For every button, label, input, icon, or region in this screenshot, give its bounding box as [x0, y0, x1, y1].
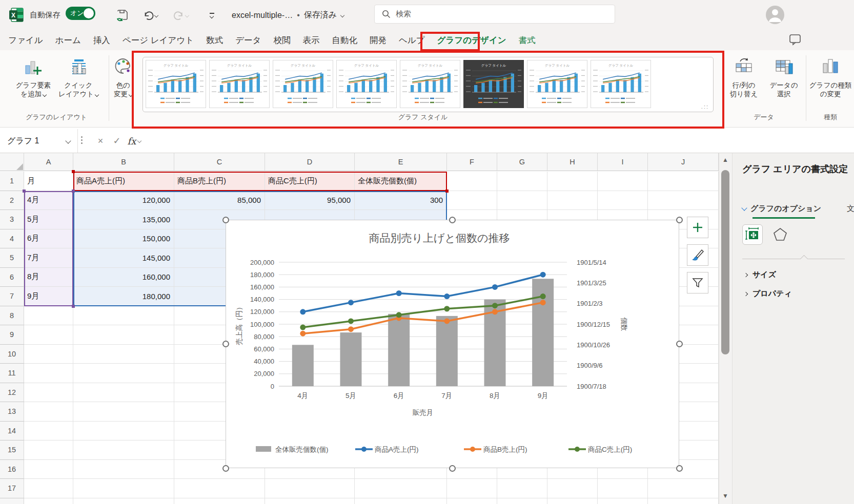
chart-style-thumb-6[interactable]: グラフ タイトル — [463, 60, 524, 108]
tab-ribbon-3[interactable]: ページ レイアウト — [123, 35, 194, 46]
cell-B2[interactable]: 120,000 — [73, 191, 174, 211]
cell-F18[interactable] — [447, 498, 497, 504]
tab-ribbon-6[interactable]: 校閲 — [273, 35, 290, 46]
cell-B5[interactable]: 145,000 — [73, 248, 174, 268]
row-header-13[interactable]: 13 — [0, 402, 24, 422]
fill-line-icon[interactable] — [742, 224, 763, 245]
customize-qat-icon[interactable] — [204, 8, 219, 23]
cell-H17[interactable] — [547, 479, 598, 498]
cell-C17[interactable] — [174, 479, 265, 498]
cell-A15[interactable] — [24, 440, 73, 460]
cell-B1[interactable]: 商品A売上(円) — [73, 172, 174, 191]
cell-E2[interactable]: 300 — [355, 191, 447, 211]
row-header-17[interactable]: 17 — [0, 479, 24, 498]
row-header-6[interactable]: 6 — [0, 268, 24, 287]
cell-G17[interactable] — [497, 479, 547, 498]
tab-format[interactable]: 書式 — [519, 35, 536, 46]
cell-I17[interactable] — [598, 479, 648, 498]
tab-ribbon-2[interactable]: 挿入 — [93, 35, 110, 46]
tab-ribbon-10[interactable]: ヘルプ — [399, 35, 425, 46]
column-header-C[interactable]: C — [174, 153, 265, 171]
column-header-H[interactable]: H — [547, 153, 598, 171]
quick-layout-button[interactable]: クイック レイアウト — [56, 55, 100, 98]
row-header-8[interactable]: 8 — [0, 306, 24, 326]
gallery-more-handle[interactable]: .:: — [701, 103, 709, 110]
cell-I18[interactable] — [598, 498, 648, 504]
select-data-button[interactable]: データの 選択 — [765, 55, 803, 98]
undo-button[interactable] — [143, 8, 158, 23]
cell-C18[interactable] — [174, 498, 265, 504]
account-avatar[interactable] — [766, 6, 784, 24]
add-chart-element-button[interactable]: グラフ要素 を追加 — [11, 55, 55, 98]
cell-A1[interactable]: 月 — [24, 172, 73, 191]
row-header-5[interactable]: 5 — [0, 248, 24, 268]
column-header-I[interactable]: I — [598, 153, 648, 171]
chart-style-thumb-1[interactable]: グラフ タイトル — [146, 60, 206, 108]
cancel-button[interactable]: × — [92, 133, 109, 149]
cell-A12[interactable] — [24, 383, 73, 403]
cell-J1[interactable] — [648, 172, 719, 191]
cell-E1[interactable]: 全体販売個数(個) — [355, 172, 447, 191]
cell-A6[interactable]: 8月 — [24, 268, 73, 287]
chart-style-thumb-4[interactable]: グラフ タイトル — [336, 60, 397, 108]
column-header-A[interactable]: A — [24, 153, 73, 171]
tab-chart-design[interactable]: グラフのデザイン — [437, 35, 506, 46]
cell-H1[interactable] — [547, 172, 598, 191]
cell-F17[interactable] — [447, 479, 497, 498]
tab-ribbon-8[interactable]: 自動化 — [332, 35, 357, 46]
cell-H2[interactable] — [547, 191, 598, 211]
cell-I2[interactable] — [598, 191, 648, 211]
save-icon[interactable] — [115, 8, 130, 23]
row-header-3[interactable]: 3 — [0, 210, 24, 229]
tab-ribbon-0[interactable]: ファイル — [8, 35, 43, 46]
cell-D2[interactable]: 95,000 — [265, 191, 355, 211]
cell-F1[interactable] — [447, 172, 497, 191]
row-header-14[interactable]: 14 — [0, 422, 24, 441]
chart-style-thumb-3[interactable]: グラフ タイトル — [273, 60, 333, 108]
cell-B7[interactable]: 180,000 — [73, 287, 174, 306]
cell-B14[interactable] — [73, 422, 174, 441]
cell-C2[interactable]: 85,000 — [174, 191, 265, 211]
cell-A17[interactable] — [24, 479, 73, 498]
cell-E17[interactable] — [355, 479, 447, 498]
column-header-B[interactable]: B — [73, 153, 174, 171]
cell-A10[interactable] — [24, 345, 73, 364]
cell-D18[interactable] — [265, 498, 355, 504]
row-header-2[interactable]: 2 — [0, 191, 24, 211]
cell-D17[interactable] — [265, 479, 355, 498]
section-size[interactable]: サイズ — [744, 270, 776, 280]
row-header-18[interactable]: 18 — [0, 498, 24, 504]
row-header-15[interactable]: 15 — [0, 440, 24, 460]
column-header-D[interactable]: D — [265, 153, 355, 171]
row-header-11[interactable]: 11 — [0, 364, 24, 383]
cell-B8[interactable] — [73, 306, 174, 326]
cell-G18[interactable] — [497, 498, 547, 504]
cell-A2[interactable]: 4月 — [24, 191, 73, 211]
chart-style-thumb-7[interactable]: グラフ タイトル — [527, 60, 587, 108]
cell-F2[interactable] — [447, 191, 497, 211]
cell-D1[interactable]: 商品C売上(円) — [265, 172, 355, 191]
cell-I1[interactable] — [598, 172, 648, 191]
insert-function-button[interactable]: fx — [126, 133, 143, 149]
tab-ribbon-4[interactable]: 数式 — [206, 35, 223, 46]
column-header-J[interactable]: J — [648, 153, 719, 171]
tab-ribbon-7[interactable]: 表示 — [302, 35, 319, 46]
section-properties[interactable]: プロパティ — [744, 289, 792, 299]
cell-B15[interactable] — [73, 440, 174, 460]
cell-H18[interactable] — [547, 498, 598, 504]
row-header-12[interactable]: 12 — [0, 383, 24, 403]
cell-B13[interactable] — [73, 402, 174, 422]
cell-B10[interactable] — [73, 345, 174, 364]
change-colors-button[interactable]: 色の 変更 — [103, 55, 144, 98]
chart-style-thumb-5[interactable]: グラフ タイトル — [400, 60, 460, 108]
search-input[interactable]: 検索 — [374, 5, 615, 24]
row-header-16[interactable]: 16 — [0, 460, 24, 479]
enter-button[interactable]: ✓ — [109, 133, 125, 149]
scroll-down-arrow[interactable]: ▼ — [721, 493, 729, 499]
effects-icon[interactable] — [770, 224, 790, 245]
chart-style-thumb-2[interactable]: グラフ タイトル — [209, 60, 270, 108]
chart-styles-button[interactable] — [687, 244, 708, 266]
select-all-corner[interactable] — [16, 163, 23, 170]
cell-J17[interactable] — [648, 479, 719, 498]
tab-ribbon-1[interactable]: ホーム — [55, 35, 81, 46]
